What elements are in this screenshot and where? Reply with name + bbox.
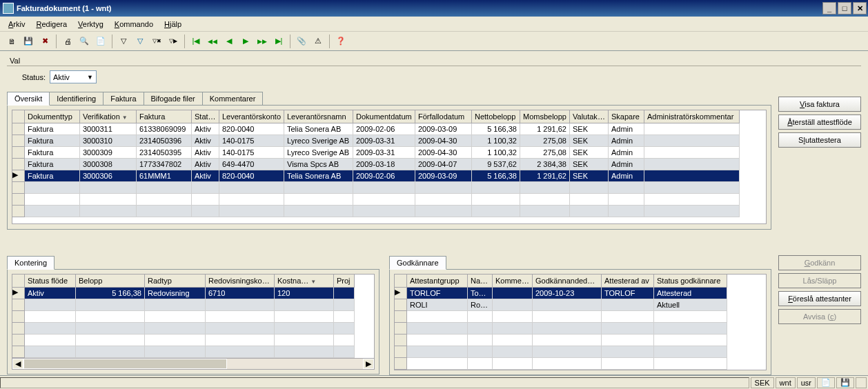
col-header[interactable]: Godkännandedatum [533,275,602,288]
status-dropdown[interactable]: Aktiv ▼ [50,70,97,83]
filter-icon[interactable] [116,34,131,49]
col-header[interactable]: Momsbelopp [520,110,570,123]
aterstall-button[interactable]: Återställ attestflöde [778,114,861,130]
nav-next-group-icon[interactable] [255,34,270,49]
col-header[interactable]: Förfallodatum [415,110,472,123]
nav-prev-icon[interactable] [221,34,237,49]
status-user: usr [797,377,816,388]
menu-bar: Arkiv Redigera Verktyg Kommando Hjälp [0,17,868,32]
col-header[interactable]: Dokumenttyp [25,110,80,123]
print-icon[interactable] [60,34,75,49]
table-row[interactable]: Faktura30003092314050395Aktiv140-0175Lyr… [12,147,766,159]
close-button[interactable]: ✕ [853,2,867,14]
tab-identifiering[interactable]: Identifiering [49,92,103,105]
status-currency: SEK [751,377,774,388]
col-header[interactable]: Redovisningskonto [206,275,275,288]
table-row[interactable]: Faktura30003102314050396Aktiv140-0175Lyr… [12,135,766,147]
scroll-right-icon[interactable]: ▶ [363,359,374,369]
foresla-button[interactable]: Föreslå attestanter [778,291,861,306]
alert-icon[interactable] [310,34,326,49]
col-header[interactable]: Leverantörskonto [219,110,284,123]
tab-oversikt[interactable]: Översikt [7,92,50,106]
window-title: Fakturadokument (1 - wnt) [17,4,112,12]
save-icon[interactable] [21,34,36,49]
toolbar [0,32,868,51]
slutattestera-button[interactable]: Slutattestera [778,132,861,148]
status-icon-1: 📄 [817,377,835,388]
attach-icon[interactable] [294,34,309,49]
col-header[interactable]: Belopp [76,275,145,288]
col-header[interactable]: Status [192,110,219,123]
nav-last-icon[interactable] [271,34,286,49]
menu-hjalp[interactable]: Hjälp [159,19,187,30]
menu-kommando[interactable]: Kommando [109,19,159,30]
table-row[interactable]: ▶Aktiv5 166,38Redovisning6710120 [12,288,374,299]
tab-kommentarer[interactable]: Kommentarer [202,92,264,105]
status-grip [856,377,867,388]
tab-bifogade[interactable]: Bifogade filer [144,92,203,105]
app-icon [3,3,14,14]
kontering-grid[interactable]: Status flödeBeloppRadtypRedovisningskont… [12,274,375,359]
delete-icon[interactable] [37,34,52,49]
new-icon[interactable] [4,34,19,49]
separator [56,34,57,48]
menu-redigera[interactable]: Redigera [30,19,72,30]
col-header[interactable]: Radtyp [145,275,206,288]
col-header[interactable]: Status godkännare [654,275,727,288]
maximize-button[interactable]: □ [838,2,851,14]
title-bar: Fakturadokument (1 - wnt) _ □ ✕ [0,0,868,17]
table-row[interactable]: Faktura30003081773347802Aktiv649-4470Vis… [12,159,766,170]
col-header[interactable]: Kommentar [493,275,533,288]
avvisa-button[interactable]: Avvisa (c) [778,309,861,324]
col-header[interactable]: Leverantörsnamn [284,110,353,123]
filter-add-icon[interactable] [132,34,148,49]
chevron-down-icon: ▼ [87,74,93,81]
table-row[interactable]: ▶TORLOFTo…2009-10-23TORLOFAttesterad [395,288,766,299]
help-icon[interactable] [333,34,348,49]
filter-run-icon[interactable] [166,34,181,49]
col-header[interactable]: Status flöde [25,275,76,288]
preview-icon[interactable] [77,34,92,49]
godkann-button[interactable]: Godkänn [778,255,861,270]
invoice-grid[interactable]: DokumenttypVerifikationFakturaStatusLeve… [12,110,767,224]
col-header[interactable]: Administratörskommentar [644,110,740,123]
col-header[interactable]: Dokumentdatum [353,110,415,123]
paste-icon[interactable] [93,34,108,49]
col-header[interactable]: Namn [468,275,493,288]
col-header[interactable]: Faktura [137,110,192,123]
col-header[interactable]: Valutakod [570,110,609,123]
col-header[interactable]: Nettobelopp [472,110,520,123]
table-row[interactable]: ▶Faktura300030661MMM1Aktiv820-0040Telia … [12,170,766,182]
col-header[interactable]: Attesterad av [602,275,654,288]
tabs-main: Översikt Identifiering Faktura Bifogade … [7,91,771,106]
tab-kontering[interactable]: Kontering [7,256,55,270]
menu-arkiv[interactable]: Arkiv [3,19,30,30]
status-bar: SEK wnt usr 📄 💾 [0,375,868,389]
tab-faktura[interactable]: Faktura [103,92,144,105]
col-header[interactable]: Kostna… [275,275,334,288]
separator [329,34,330,48]
status-env: wnt [776,377,796,388]
filter-clear-icon[interactable] [149,34,164,49]
section-val: Val [7,57,861,66]
visa-faktura-button[interactable]: Visa faktura [778,97,861,112]
separator [112,34,112,48]
table-row[interactable]: Faktura300031161338069099Aktiv820-0040Te… [12,123,766,135]
col-header[interactable]: Skapare [609,110,644,123]
scroll-left-icon[interactable]: ◀ [12,359,23,369]
tab-godkannare[interactable]: Godkännare [389,256,446,270]
minimize-button[interactable]: _ [822,2,836,14]
godkannare-grid[interactable]: AttestantgruppNamnKommentarGodkännandeda… [394,274,767,370]
col-header[interactable]: Proj [334,275,355,288]
status-icon-2: 💾 [836,377,854,388]
nav-first-icon[interactable] [188,34,204,49]
nav-prev-group-icon[interactable] [205,34,220,49]
nav-next-icon[interactable] [238,34,253,49]
menu-verktyg[interactable]: Verktyg [72,19,109,30]
scrollbar-h[interactable]: ◀ ▶ [12,359,375,370]
col-header[interactable]: Attestantgrupp [407,275,468,288]
table-row[interactable]: ROLIRo…Aktuell [395,299,766,311]
las-slapp-button[interactable]: Lås/Släpp [778,273,861,288]
status-label: Status: [14,73,46,81]
col-header[interactable]: Verifikation [80,110,137,123]
